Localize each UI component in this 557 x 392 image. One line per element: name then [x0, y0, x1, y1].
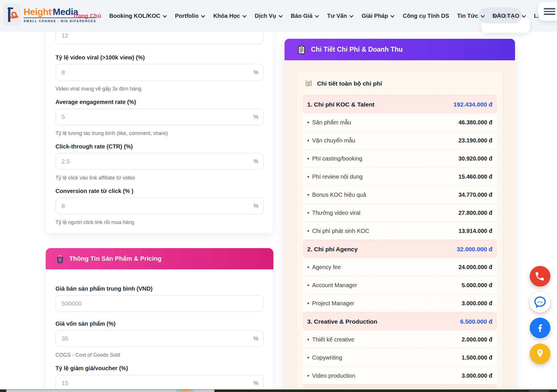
nav-item-label: Portfolio	[175, 13, 199, 19]
field-label-engagement: Average engagement rate (%)	[55, 98, 264, 106]
field-label-conversion: Conversion rate từ click (% )	[55, 187, 264, 195]
video-viral-rate-input[interactable]	[55, 64, 264, 81]
conversion-rate-input[interactable]	[55, 198, 264, 214]
cost-row: •Agency fee 24.000.000 đ	[303, 258, 497, 276]
cost-item-amount: 5.000.000 đ	[462, 282, 492, 289]
nav-item-label: Tin Tức	[457, 13, 478, 19]
bottom-edge-strip	[0, 389, 557, 392]
cogs-input[interactable]	[55, 330, 264, 347]
product-pricing-card: Thông Tin Sản Phẩm & Pricing Giá bán sản…	[45, 248, 274, 392]
field-label-gia-ban: Giá bán sản phẩm trung bình (VND)	[55, 285, 264, 292]
cost-breakdown-title: Chi tiết toàn bộ chi phí	[317, 80, 382, 87]
cost-item-label: Thưởng video viral	[312, 210, 360, 216]
cost-detail-title: Chi Tiết Chi Phí & Doanh Thu	[311, 46, 403, 53]
hamburger-menu-button[interactable]	[538, 2, 557, 21]
cost-row: •Video production 3.000.000 đ	[303, 367, 497, 385]
nav-item-label: Booking KOL/KOC	[109, 13, 160, 19]
bottom-strip-patch	[529, 390, 549, 392]
cost-row: •Thưởng video viral 27.800.000 đ	[303, 204, 497, 222]
cost-item-amount: 24.000.000 đ	[458, 264, 492, 271]
nav-item-tu-van[interactable]: Tư Vấn	[327, 13, 354, 19]
cost-detail-panel: Chi Tiết Chi Phí & Doanh Thu Chi tiết to…	[285, 39, 515, 392]
bullet-icon: •	[307, 228, 309, 234]
field-helper: Tỷ lệ click vào link affiliate từ video	[55, 174, 264, 181]
nav-item-label: ĐÀO TẠO	[493, 13, 519, 19]
chevron-down-icon	[315, 15, 319, 18]
field-helper: COGS - Cost of Goods Sold	[55, 352, 264, 358]
bullet-icon: •	[307, 137, 309, 144]
chevron-down-icon	[242, 15, 247, 18]
cost-row: •Sản phẩm mẫu 46.380.000 đ	[303, 113, 497, 132]
nav-item-label: Dịch Vụ	[255, 13, 276, 19]
nav-item-portfolio[interactable]: Portfolio	[175, 13, 205, 19]
nav-item-giai-phap[interactable]: Giải Pháp	[362, 13, 395, 19]
cost-item-amount: 46.380.000 đ	[458, 119, 492, 126]
cost-section-header-koc-talent: 1. Chi phí KOC & Talent 192.434.000 đ	[303, 95, 497, 113]
cost-row: •Phí casting/booking 30.920.000 đ	[303, 150, 497, 168]
cost-item-amount: 23.190.000 đ	[458, 137, 492, 144]
percent-suffix: %	[253, 69, 258, 76]
cost-breakdown-card: Chi tiết toàn bộ chi phí 1. Chi phí KOC …	[296, 71, 504, 392]
messenger-button[interactable]	[530, 292, 550, 312]
nav-item-trang-chu[interactable]: Trang Chủ	[73, 13, 101, 19]
cost-item-amount: 34.770.000 đ	[458, 192, 492, 198]
bullet-icon: •	[307, 210, 309, 216]
top-navbar: HeightʼMedia SMALL CHANGE - BIG DIFERENC…	[0, 0, 557, 32]
nav-item-dao-tao[interactable]: ĐÀO TẠO	[493, 13, 526, 19]
field-helper: Tỷ lệ người click link rồi mua hàng	[55, 219, 264, 226]
money-with-wings-icon	[304, 79, 313, 88]
cost-item-label: Bonus KOC hiệu quả	[312, 192, 366, 198]
bullet-icon: •	[307, 354, 309, 361]
cost-row: •Copywriting 1.500.000 đ	[303, 349, 497, 367]
ctr-input[interactable]	[55, 153, 264, 170]
chevron-down-icon	[349, 15, 354, 18]
nav-item-khoa-hoc[interactable]: Khóa Học	[213, 13, 247, 19]
avg-price-input[interactable]	[55, 295, 264, 312]
nav-item-label: Báo Giá	[291, 13, 313, 19]
cost-item-label: Phí casting/booking	[312, 155, 362, 162]
location-pin-icon	[535, 348, 546, 359]
field-label-giam-gia: Tỷ lệ giảm giá/voucher (%)	[55, 364, 264, 372]
phone-call-button[interactable]	[530, 266, 550, 287]
product-pricing-header: Thông Tin Sản Phẩm & Pricing	[46, 248, 273, 269]
bullet-icon: •	[307, 282, 309, 288]
nav-item-bao-gia[interactable]: Báo Giá	[291, 13, 319, 19]
floating-contact-buttons	[530, 266, 550, 364]
cost-section-header-creative: 3. Creative & Production 6.500.000 đ	[303, 312, 497, 331]
chevron-down-icon	[278, 15, 283, 18]
hamburger-icon	[544, 8, 555, 9]
percent-suffix: %	[253, 158, 258, 165]
nav-item-dich-vu[interactable]: Dịch Vụ	[255, 13, 283, 19]
cost-item-label: Video production	[312, 372, 355, 379]
cost-row: •Account Manager 5.000.000 đ	[303, 276, 497, 294]
voucher-rate-input[interactable]	[55, 375, 264, 391]
chevron-down-icon	[522, 15, 526, 18]
cost-item-amount: 3.000.000 đ	[462, 300, 492, 307]
nav-item-booking-kol-koc[interactable]: Booking KOL/KOC	[109, 13, 167, 19]
nav-item-tin-tuc[interactable]: Tin Tức	[457, 13, 485, 19]
cost-item-label: Sản phẩm mẫu	[312, 119, 351, 125]
percent-suffix: %	[253, 335, 258, 342]
cost-row: •Phí review nội dung 15.460.000 đ	[303, 168, 497, 186]
cost-item-amount: 13.914.000 đ	[458, 228, 492, 234]
cost-item-amount: 30.920.000 đ	[458, 155, 492, 162]
chevron-down-icon	[163, 15, 167, 18]
field-label-gia-von: Giá vốn sản phẩm (%)	[55, 320, 264, 327]
location-button[interactable]	[530, 343, 550, 364]
bullet-icon: •	[307, 119, 309, 125]
bullet-icon: •	[307, 372, 309, 379]
nav-item-cong-cu-tinh-ds[interactable]: Công cụ Tính DS	[403, 13, 449, 19]
engagement-rate-input[interactable]	[55, 109, 264, 125]
cost-item-amount: 1.500.000 đ	[462, 354, 492, 361]
chevron-down-icon	[481, 15, 485, 18]
cost-list: 1. Chi phí KOC & Talent 192.434.000 đ •S…	[303, 95, 497, 392]
facebook-button[interactable]	[530, 318, 550, 338]
messenger-icon	[533, 295, 547, 309]
facebook-icon	[534, 322, 546, 334]
cost-item-label: Phí review nội dung	[312, 173, 363, 180]
nav-item-label: Công cụ Tính DS	[403, 13, 449, 19]
field-helper: Tỷ lệ tương tác trung bình (like, commen…	[55, 130, 264, 137]
cost-item-label: Copywriting	[312, 354, 342, 361]
cost-row: •Vận chuyển mẫu 23.190.000 đ	[303, 132, 497, 150]
section-label: 1. Chi phí KOC & Talent	[307, 101, 374, 108]
